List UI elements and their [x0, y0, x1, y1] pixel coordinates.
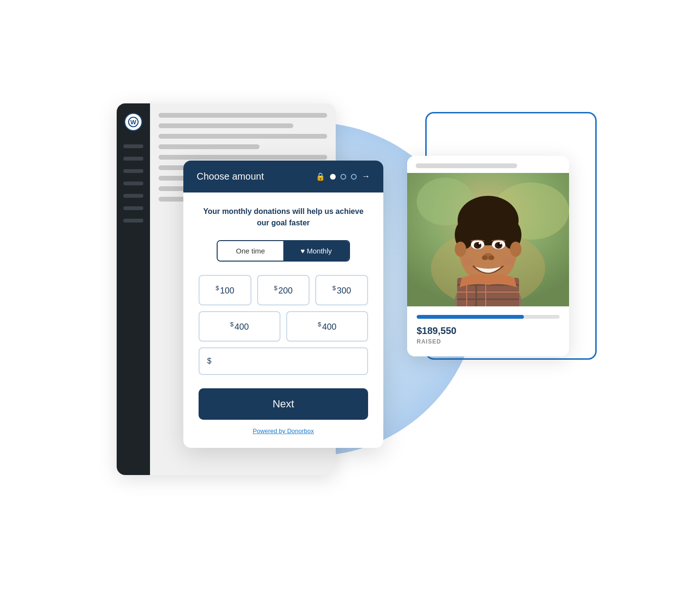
custom-amount-field: $ — [199, 347, 368, 375]
amount-grid-row1: $100 $200 $300 — [199, 275, 368, 305]
campaign-card-wrapper: $189,550 RAISED — [421, 108, 593, 356]
wp-menu-item — [123, 206, 143, 210]
lock-icon: 🔒 — [316, 172, 325, 181]
monthly-button[interactable]: ♥ Monthly — [283, 241, 349, 261]
currency-symbol: $ — [332, 284, 336, 292]
progress-bar-container — [417, 315, 560, 319]
svg-point-27 — [479, 243, 480, 244]
next-button[interactable]: Next — [199, 388, 368, 420]
card-header: Choose amount 🔒 → — [183, 161, 383, 192]
custom-currency-symbol: $ — [207, 357, 211, 365]
amount-200-button[interactable]: $200 — [257, 275, 310, 305]
svg-point-32 — [463, 257, 475, 265]
one-time-button[interactable]: One time — [218, 241, 283, 261]
custom-amount-input[interactable] — [215, 357, 360, 365]
wp-content-bar — [159, 113, 327, 118]
currency-symbol: $ — [274, 284, 277, 292]
campaign-header-line — [416, 163, 517, 168]
wp-menu-item — [123, 144, 143, 148]
progress-bar-fill — [417, 315, 524, 319]
svg-point-28 — [500, 243, 501, 244]
wp-content-bar — [159, 134, 327, 139]
raised-amount: $189,550 — [417, 325, 560, 336]
currency-symbol: $ — [216, 284, 219, 292]
raised-label: RAISED — [417, 338, 560, 345]
wp-menu-item — [123, 169, 143, 173]
arrow-icon: → — [361, 172, 370, 182]
card-title: Choose amount — [197, 171, 309, 182]
wp-content-bar — [159, 155, 327, 160]
powered-by-link[interactable]: Powered by Donorbox — [199, 427, 368, 435]
wp-menu-item — [123, 219, 143, 223]
wp-menu-item — [123, 194, 143, 198]
amount-300-button[interactable]: $300 — [315, 275, 368, 305]
donation-form-card: Choose amount 🔒 → Your monthly donations… — [183, 161, 383, 448]
header-icons: 🔒 → — [316, 172, 370, 182]
svg-point-19 — [455, 242, 466, 257]
wp-content-bar — [159, 144, 260, 149]
svg-point-20 — [510, 242, 521, 257]
campaign-card: $189,550 RAISED — [407, 156, 569, 356]
scene: W — [88, 65, 612, 542]
step-dot-2 — [340, 174, 346, 180]
svg-point-30 — [482, 255, 488, 260]
svg-point-31 — [489, 255, 494, 260]
card-body: Your monthly donations will help us achi… — [183, 192, 383, 448]
amount-100-button[interactable]: $100 — [199, 275, 251, 305]
campaign-header-bar — [407, 156, 569, 173]
frequency-toggle: One time ♥ Monthly — [217, 240, 350, 262]
step-dot-1 — [330, 174, 336, 180]
amount-400a-button[interactable]: $400 — [199, 311, 280, 342]
wp-menu-item — [123, 157, 143, 161]
wp-sidebar: W — [117, 103, 150, 475]
wp-menu-item — [123, 182, 143, 185]
currency-symbol: $ — [230, 321, 233, 328]
wp-content-bar — [159, 123, 293, 128]
step-dot-3 — [351, 174, 357, 180]
amount-400b-button[interactable]: $400 — [286, 311, 368, 342]
svg-point-33 — [501, 257, 513, 265]
donation-subtitle: Your monthly donations will help us achi… — [199, 206, 368, 229]
currency-symbol: $ — [318, 321, 321, 328]
wordpress-logo: W — [124, 113, 142, 131]
svg-text:W: W — [130, 119, 137, 126]
campaign-image — [407, 173, 569, 306]
campaign-info: $189,550 RAISED — [407, 306, 569, 356]
amount-grid-row2: $400 $400 — [199, 311, 368, 342]
